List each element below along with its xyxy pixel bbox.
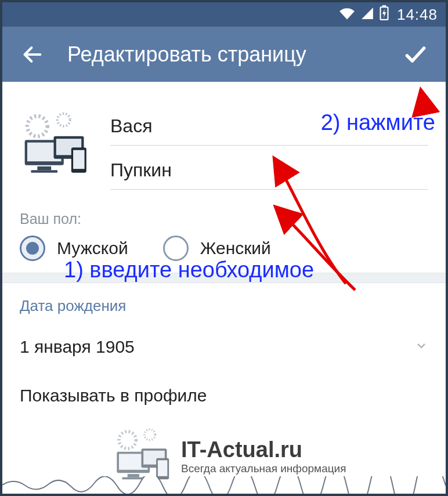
page-title: Редактировать страницу — [67, 42, 402, 67]
back-icon[interactable] — [19, 41, 46, 68]
statusbar: 14:48 — [2, 2, 446, 27]
torn-edge — [2, 476, 446, 494]
svg-rect-8 — [31, 170, 58, 172]
gender-radios: Мужской Женский — [20, 236, 428, 261]
birth-section-title: Дата рождения — [20, 297, 428, 315]
show-in-profile-row[interactable]: Показывать в профиле — [20, 380, 428, 411]
gender-female-radio[interactable]: Женский — [163, 236, 271, 261]
svg-point-14 — [144, 429, 155, 440]
chevron-down-icon — [414, 337, 428, 357]
gender-label: Ваш пол: — [20, 211, 428, 227]
watermark-title: IT-Actual.ru — [181, 437, 346, 462]
radio-icon — [163, 236, 189, 261]
svg-rect-12 — [73, 150, 85, 169]
screen: 14:48 Редактировать страницу — [0, 0, 448, 496]
section-divider — [2, 273, 446, 283]
wifi-icon — [339, 6, 355, 24]
svg-point-3 — [27, 116, 48, 136]
svg-rect-19 — [142, 448, 167, 468]
avatar[interactable] — [20, 107, 95, 183]
birth-section: Дата рождения 1 января 1905 Показывать в… — [2, 283, 446, 423]
svg-rect-22 — [158, 460, 168, 476]
content: Вася Пупкин Ваш пол: Мужской Женский Дат… — [2, 82, 446, 423]
appbar: Редактировать страницу — [2, 27, 446, 82]
svg-rect-20 — [143, 451, 165, 465]
battery-icon — [380, 5, 389, 24]
confirm-icon[interactable] — [402, 41, 429, 68]
birth-date-row[interactable]: 1 января 1905 — [20, 331, 428, 363]
birth-date-value: 1 января 1905 — [20, 337, 135, 357]
svg-rect-7 — [37, 166, 51, 171]
svg-rect-16 — [119, 454, 148, 470]
svg-rect-15 — [117, 452, 150, 473]
signal-icon — [361, 6, 374, 24]
first-name-input[interactable]: Вася — [110, 107, 428, 146]
gender-male-label: Мужской — [57, 238, 128, 258]
svg-rect-1 — [382, 5, 386, 7]
watermark-subtitle: Всегда актуальная информация — [181, 462, 346, 475]
gender-male-radio[interactable]: Мужской — [20, 236, 128, 261]
svg-point-13 — [119, 432, 136, 448]
profile-section: Вася Пупкин Ваш пол: Мужской Женский — [2, 82, 446, 273]
svg-point-4 — [57, 114, 70, 126]
gender-female-label: Женский — [200, 238, 271, 258]
last-name-input[interactable]: Пупкин — [110, 151, 428, 190]
show-in-profile-label: Показывать в профиле — [20, 386, 207, 406]
clock-text: 14:48 — [397, 6, 438, 24]
radio-icon — [20, 236, 45, 261]
